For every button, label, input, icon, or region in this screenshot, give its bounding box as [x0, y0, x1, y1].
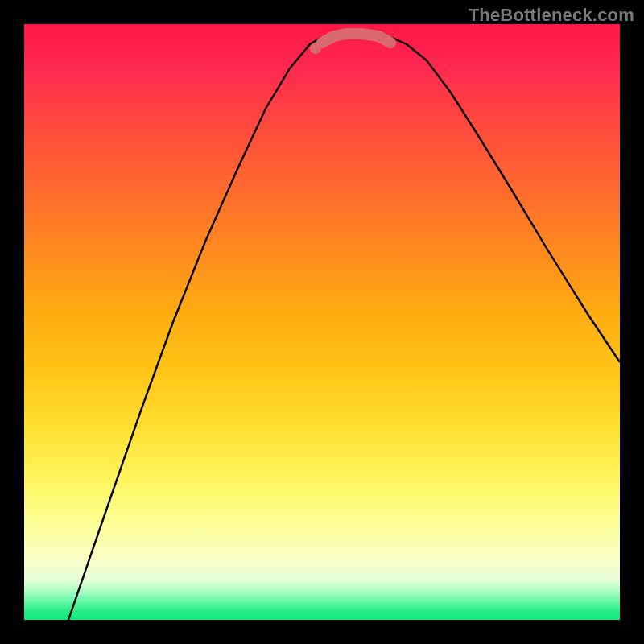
bottleneck-chart	[24, 24, 620, 620]
watermark-label: TheBottleneck.com	[469, 5, 634, 26]
valley-dot	[310, 43, 321, 54]
left-curve	[68, 37, 322, 620]
right-curve	[390, 37, 620, 362]
valley-highlight	[322, 34, 390, 43]
curve-layer	[24, 24, 620, 620]
